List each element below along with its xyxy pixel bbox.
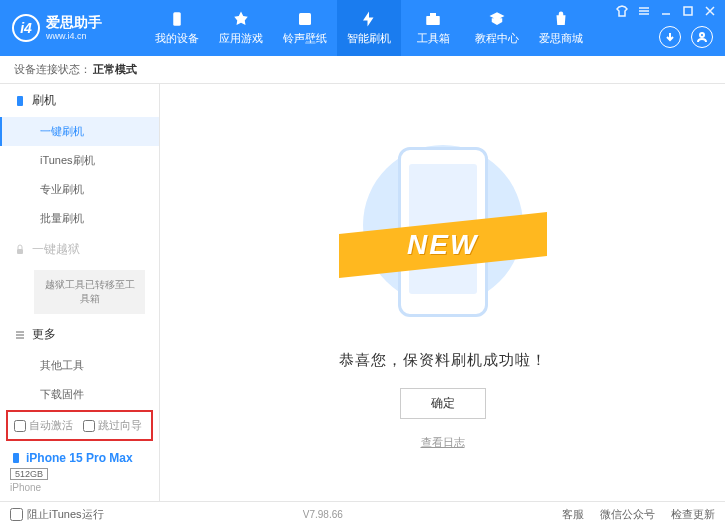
nav-my-device[interactable]: 我的设备 — [145, 0, 209, 56]
checkbox-skip-guide[interactable]: 跳过向导 — [83, 418, 142, 433]
logo-area: i4 爱思助手 www.i4.cn — [0, 14, 145, 42]
nav-mall[interactable]: 爱思商城 — [529, 0, 593, 56]
logo-icon: i4 — [12, 14, 40, 42]
success-illustration: NEW — [363, 135, 523, 335]
app-url: www.i4.cn — [46, 30, 102, 42]
sidebar-item-oneclick-flash[interactable]: 一键刷机 — [0, 117, 159, 146]
success-message: 恭喜您，保资料刷机成功啦！ — [339, 351, 547, 370]
nav-label: 铃声壁纸 — [283, 31, 327, 46]
nav-label: 应用游戏 — [219, 31, 263, 46]
phone-icon — [14, 95, 26, 107]
toolbox-icon — [424, 10, 442, 28]
group-label: 刷机 — [32, 92, 56, 109]
sidebar-item-pro-flash[interactable]: 专业刷机 — [0, 175, 159, 204]
nav-ringtones[interactable]: 铃声壁纸 — [273, 0, 337, 56]
cb-label: 跳过向导 — [98, 418, 142, 433]
version-label: V7.98.66 — [303, 509, 343, 520]
sidebar-item-batch-flash[interactable]: 批量刷机 — [0, 204, 159, 233]
checkbox-block-itunes[interactable]: 阻止iTunes运行 — [10, 507, 104, 522]
sidebar-group-more[interactable]: 更多 — [0, 318, 159, 351]
nav-tutorials[interactable]: 教程中心 — [465, 0, 529, 56]
mall-icon — [552, 10, 570, 28]
options-highlighted-box: 自动激活 跳过向导 — [6, 410, 153, 441]
status-bar: 设备连接状态： 正常模式 — [0, 56, 725, 84]
svg-rect-3 — [430, 13, 436, 16]
nav-toolbox[interactable]: 工具箱 — [401, 0, 465, 56]
menu-icon[interactable] — [637, 4, 651, 18]
footer-link-update[interactable]: 检查更新 — [671, 507, 715, 522]
nav-label: 教程中心 — [475, 31, 519, 46]
sidebar-group-jailbreak: 一键越狱 — [0, 233, 159, 266]
svg-point-5 — [700, 33, 704, 37]
phone-icon — [10, 452, 22, 464]
lock-icon — [14, 244, 26, 256]
nav-label: 智能刷机 — [347, 31, 391, 46]
nav-apps-games[interactable]: 应用游戏 — [209, 0, 273, 56]
cb-label: 阻止iTunes运行 — [27, 507, 104, 522]
device-type: iPhone — [10, 482, 149, 493]
close-icon[interactable] — [703, 4, 717, 18]
apps-icon — [232, 10, 250, 28]
sidebar-item-other-tools[interactable]: 其他工具 — [0, 351, 159, 380]
svg-rect-2 — [426, 16, 440, 25]
nav-label: 爱思商城 — [539, 31, 583, 46]
group-label: 一键越狱 — [32, 241, 80, 258]
nav-smart-flash[interactable]: 智能刷机 — [337, 0, 401, 56]
nav-label: 工具箱 — [417, 31, 450, 46]
sidebar: 刷机 一键刷机 iTunes刷机 专业刷机 批量刷机 一键越狱 越狱工具已转移至… — [0, 84, 160, 501]
jailbreak-note: 越狱工具已转移至工具箱 — [34, 270, 145, 314]
sidebar-group-flash[interactable]: 刷机 — [0, 84, 159, 117]
status-value: 正常模式 — [93, 62, 137, 77]
device-info: iPhone 15 Pro Max 512GB iPhone — [0, 445, 159, 501]
device-name[interactable]: iPhone 15 Pro Max — [10, 451, 149, 465]
ok-button[interactable]: 确定 — [400, 388, 486, 419]
banner-text: NEW — [407, 229, 478, 261]
user-icon[interactable] — [691, 26, 713, 48]
view-log-link[interactable]: 查看日志 — [421, 435, 465, 450]
minimize-icon[interactable] — [659, 4, 673, 18]
app-title: 爱思助手 — [46, 14, 102, 30]
download-icon[interactable] — [659, 26, 681, 48]
sidebar-item-download-firmware[interactable]: 下载固件 — [0, 380, 159, 406]
skin-icon[interactable] — [615, 4, 629, 18]
tutorial-icon — [488, 10, 506, 28]
cb-label: 自动激活 — [29, 418, 73, 433]
window-controls — [615, 4, 717, 18]
svg-rect-4 — [684, 7, 692, 15]
more-icon — [14, 329, 26, 341]
storage-badge: 512GB — [10, 468, 48, 480]
checkbox-auto-activate[interactable]: 自动激活 — [14, 418, 73, 433]
app-header: i4 爱思助手 www.i4.cn 我的设备 应用游戏 铃声壁纸 智能刷机 工具… — [0, 0, 725, 56]
svg-rect-0 — [173, 12, 181, 26]
sidebar-item-itunes-flash[interactable]: iTunes刷机 — [0, 146, 159, 175]
main-content: NEW 恭喜您，保资料刷机成功啦！ 确定 查看日志 — [160, 84, 725, 501]
footer-link-support[interactable]: 客服 — [562, 507, 584, 522]
device-icon — [168, 10, 186, 28]
main-nav: 我的设备 应用游戏 铃声壁纸 智能刷机 工具箱 教程中心 爱思商城 — [145, 0, 593, 56]
status-label: 设备连接状态： — [14, 62, 91, 77]
group-label: 更多 — [32, 326, 56, 343]
wallpaper-icon — [296, 10, 314, 28]
flash-icon — [360, 10, 378, 28]
maximize-icon[interactable] — [681, 4, 695, 18]
svg-rect-7 — [17, 249, 23, 254]
nav-label: 我的设备 — [155, 31, 199, 46]
svg-rect-8 — [13, 453, 19, 463]
svg-rect-1 — [299, 13, 311, 25]
footer-link-wechat[interactable]: 微信公众号 — [600, 507, 655, 522]
svg-rect-6 — [17, 96, 23, 106]
footer: 阻止iTunes运行 V7.98.66 客服 微信公众号 检查更新 — [0, 501, 725, 527]
